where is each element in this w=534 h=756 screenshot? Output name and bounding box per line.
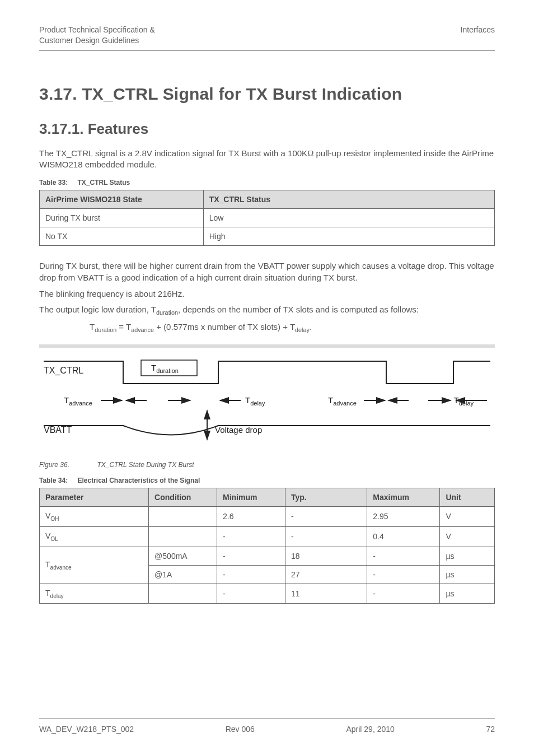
table-row: Tadvance @500mA - 18 - µs xyxy=(40,547,495,565)
cell: - xyxy=(285,526,367,547)
paragraph-pullup: The TX_CTRL signal is a 2.8V indication … xyxy=(39,148,495,171)
cell: - xyxy=(217,565,285,584)
table33-caption-num: Table 33: xyxy=(39,179,68,186)
footer-right2: 72 xyxy=(486,725,495,734)
table34-h3: Typ. xyxy=(285,488,367,507)
figure36-box: TX_CTRL Tduration Tadvance Tdelay Tadvan… xyxy=(39,344,495,456)
header-right: Interfaces xyxy=(461,25,495,46)
cell: 0.4 xyxy=(367,526,440,547)
table-row: No TX High xyxy=(40,227,495,246)
table34-caption: Table 34: Electrical Characteristics of … xyxy=(39,477,495,484)
cell-param: Tdelay xyxy=(40,584,149,604)
table-row: Tdelay - 11 - µs xyxy=(40,584,495,604)
table33-header-row: AirPrime WISMO218 State TX_CTRL Status xyxy=(40,190,495,209)
paragraph-currentdrain: During TX burst, there will be higher cu… xyxy=(39,260,495,283)
cell: µs xyxy=(440,547,495,565)
para4-a-sub: duration xyxy=(156,309,178,316)
table34-h0: Parameter xyxy=(40,488,149,507)
cell: µs xyxy=(440,584,495,604)
footer-rule xyxy=(39,718,495,719)
svg-text:Tdelay: Tdelay xyxy=(245,395,265,407)
page-header: Product Technical Specification & Custom… xyxy=(39,25,495,46)
table33-caption: Table 33: TX_CTRL Status xyxy=(39,179,495,186)
cell: - xyxy=(217,547,285,565)
ohm-symbol: Ω xyxy=(307,149,313,158)
label-voltage-drop: Voltage drop xyxy=(215,425,262,435)
cell xyxy=(149,584,217,604)
section-heading-3-17-1: 3.17.1. Features xyxy=(39,120,495,138)
cell: - xyxy=(217,584,285,604)
para1-text-a: The TX_CTRL signal is a 2.8V indication … xyxy=(39,148,307,158)
section-heading-3-17: 3.17. TX_CTRL Signal for TX Burst Indica… xyxy=(39,85,495,104)
label-tadvance-right-sub: advance xyxy=(333,400,357,407)
cell: - xyxy=(217,526,285,547)
cell: µs xyxy=(440,565,495,584)
table34: Parameter Condition Minimum Typ. Maximum… xyxy=(39,488,495,604)
label-tdelay-right-sub: delay xyxy=(459,400,474,407)
formula-t3-sub: delay xyxy=(295,326,310,333)
svg-rect-0 xyxy=(39,344,495,348)
formula-t3: + (0.577ms x number of TX slots) + T xyxy=(154,322,295,332)
cell-param: VOH xyxy=(40,507,149,527)
table34-h1: Condition xyxy=(149,488,217,507)
cell-param: VOL xyxy=(40,526,149,547)
paragraph-blinkfreq: The blinking frequency is about 216Hz. xyxy=(39,288,495,300)
cell: 2.95 xyxy=(367,507,440,527)
label-tduration: T xyxy=(151,363,156,372)
formula-end: . xyxy=(310,322,312,332)
table34-h5: Unit xyxy=(440,488,495,507)
cell: - xyxy=(367,584,440,604)
table34-caption-text: Electrical Characteristics of the Signal xyxy=(77,477,200,484)
figure36-caption-num: Figure 36. xyxy=(39,461,69,469)
table33-h1: TX_CTRL Status xyxy=(203,190,494,209)
cell xyxy=(149,526,217,547)
table34-h4: Maximum xyxy=(367,488,440,507)
figure36-svg: TX_CTRL Tduration Tadvance Tdelay Tadvan… xyxy=(39,344,495,456)
table-row: VOL - - 0.4 V xyxy=(40,526,495,547)
cell: V xyxy=(440,507,495,527)
label-tdelay-left-sub: delay xyxy=(250,400,265,407)
cell: - xyxy=(367,547,440,565)
table33-caption-text: TX_CTRL Status xyxy=(77,179,130,186)
formula-duration: Tduration = Tadvance + (0.577ms x number… xyxy=(90,321,495,334)
svg-text:Tadvance: Tadvance xyxy=(64,395,92,407)
label-tdelay-left: T xyxy=(245,395,250,405)
cell xyxy=(149,507,217,527)
label-txctrl: TX_CTRL xyxy=(44,366,83,376)
para4-a: The output logic low duration, T xyxy=(39,305,156,314)
figure36-caption-text: TX_CTRL State During TX Burst xyxy=(97,461,194,469)
cell: - xyxy=(285,507,367,527)
label-vbatt: VBATT xyxy=(44,425,72,435)
header-line1: Product Technical Specification & xyxy=(39,25,155,35)
cell: During TX burst xyxy=(40,209,204,227)
table-row: During TX burst Low xyxy=(40,209,495,227)
cell: @1A xyxy=(149,565,217,584)
formula-t2: = T xyxy=(116,322,131,332)
footer-left: WA_DEV_W218_PTS_002 xyxy=(39,725,134,734)
label-tadvance-left-sub: advance xyxy=(69,400,92,407)
label-tdelay-right: T xyxy=(454,395,459,405)
formula-t1-sub: duration xyxy=(95,326,116,333)
label-tduration-sub: duration xyxy=(156,367,179,374)
label-tadvance-left: T xyxy=(64,395,69,405)
para4-b: , depends on the number of TX slots and … xyxy=(178,305,419,314)
table33: AirPrime WISMO218 State TX_CTRL Status D… xyxy=(39,190,495,246)
svg-text:Tdelay: Tdelay xyxy=(454,395,474,407)
cell: No TX xyxy=(40,227,204,246)
label-tadvance-right: T xyxy=(328,395,333,405)
cell: @500mA xyxy=(149,547,217,565)
cell: 2.6 xyxy=(217,507,285,527)
footer-mid: Rev 006 xyxy=(226,725,255,734)
table-row: VOH 2.6 - 2.95 V xyxy=(40,507,495,527)
formula-t2-sub: advance xyxy=(131,326,154,333)
figure36-caption: Figure 36. TX_CTRL State During TX Burst xyxy=(39,461,495,469)
cell: V xyxy=(440,526,495,547)
svg-text:Tadvance: Tadvance xyxy=(328,395,357,407)
table33-h0: AirPrime WISMO218 State xyxy=(40,190,204,209)
table34-caption-num: Table 34: xyxy=(39,477,68,484)
footer-right1: April 29, 2010 xyxy=(346,725,394,734)
header-line2: Customer Design Guidelines xyxy=(39,35,155,46)
cell: 27 xyxy=(285,565,367,584)
table34-header-row: Parameter Condition Minimum Typ. Maximum… xyxy=(40,488,495,507)
cell: Low xyxy=(203,209,494,227)
